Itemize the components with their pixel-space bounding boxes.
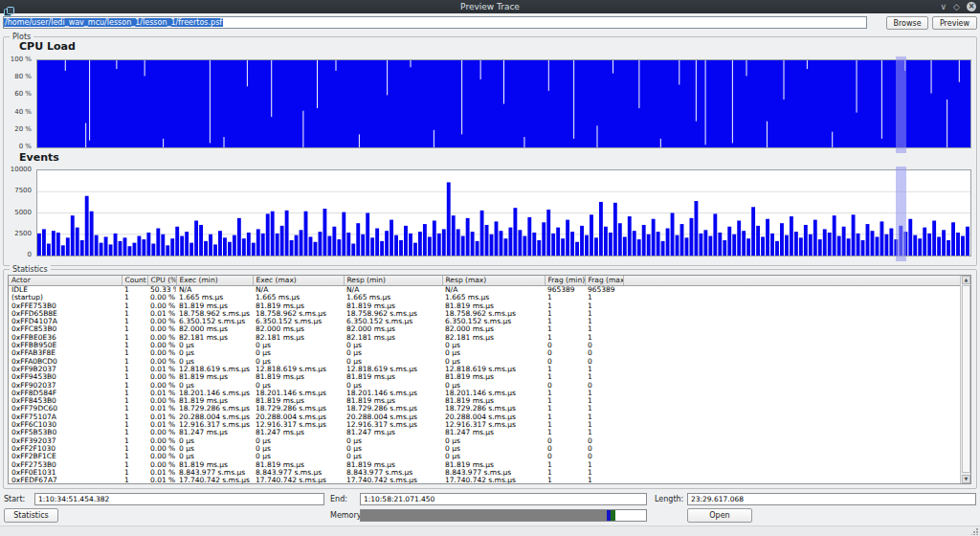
table-cell: 0.01 % [147,413,176,421]
table-cell: 81.819 ms.µs [253,302,344,310]
table-cell: 0 [585,437,623,445]
status-bar [0,525,980,536]
table-cell: 1 [545,373,585,381]
table-cell: 0xFFE753B0 [9,302,122,310]
table-cell: 0xFF2BF1CE [9,453,122,460]
table-cell: 6.350.152 s.ms.µs [176,318,253,325]
table-cell: 81.819 ms.µs [176,397,253,405]
table-row[interactable]: 0xFFE753B010.00 %81.819 ms.µs81.819 ms.µ… [9,302,961,310]
column-header[interactable]: Count [122,276,147,286]
scroll-down-icon[interactable]: ▼ [962,475,970,483]
table-row[interactable]: 0xFFBB950E10.00 %0 µs0 µs0 µs0 µs00 [9,342,961,349]
browse-button[interactable]: Browse [886,16,928,30]
table-cell [623,445,961,453]
table-row[interactable]: 0xFFD4107A10.00 %6.350.152 s.ms.µs6.350.… [9,318,961,325]
table-row[interactable]: 0xFF5B53B010.00 %81.247 ms.µs81.247 ms.µ… [9,429,961,436]
table-cell: 1 [122,397,147,405]
table-row[interactable]: 0xFF8D584F10.01 %18.201.146 s.ms.µs18.20… [9,390,961,397]
table-row[interactable]: 0xFFAB3F8E10.00 %0 µs0 µs0 µs0 µs00 [9,349,961,357]
table-cell [623,294,961,302]
column-header[interactable]: CPU (%) [147,276,176,286]
table-row[interactable]: 0xFF79DC6010.01 %18.729.286 s.ms.µs18.72… [9,405,961,413]
table-cell: 81.819 ms.µs [442,461,545,469]
table-cell: 1 [122,405,147,413]
table-row[interactable]: 0xFF90203710.00 %0 µs0 µs0 µs0 µs00 [9,382,961,390]
table-cell: 0 µs [442,358,545,366]
table-cell: 1 [122,325,147,333]
events-chart[interactable] [36,169,971,257]
table-row[interactable]: 0xFF2BF1CE10.00 %0 µs0 µs0 µs0 µs00 [9,453,961,460]
table-row[interactable]: 0xFF0E103110.01 %8.843.977 s.ms.µs8.843.… [9,469,961,477]
table-cell [623,390,961,397]
open-button[interactable]: Open [687,508,752,523]
maximize-icon[interactable]: ◇ [953,0,960,13]
table-cell [623,302,961,310]
table-cell: 965389 [585,286,623,295]
statistics-button[interactable]: Statistics [4,508,58,523]
table-cell: 1 [122,373,147,381]
table-cell: 1.665 ms.µs [442,294,545,302]
table-cell: 0.00 % [147,302,176,310]
cpu-load-chart[interactable] [36,59,971,148]
table-row[interactable]: 0xFFD65B8E10.01 %18.758.962 s.ms.µs18.75… [9,310,961,318]
table-cell: 18.729.286 s.ms.µs [442,405,545,413]
table-cell: 0 [585,382,623,390]
table-row[interactable]: 0xFFA0BCD010.00 %0 µs0 µs0 µs0 µs00 [9,358,961,366]
table-cell [623,342,961,349]
end-field[interactable]: 1:10:58:21.071.450 [360,493,647,505]
table-cell: 1 [585,294,623,302]
table-cell: 0.00 % [147,445,176,453]
table-cell: 0 µs [344,437,442,445]
table-cell: 81.819 ms.µs [176,373,253,381]
trace-path-input[interactable]: /home/user/ledi_wav_mcu/lesson_1/lesson_… [3,16,867,29]
time-selection-band[interactable] [896,56,906,153]
table-row[interactable]: (startup)10.00 %1.665 ms.µs1.665 ms.µs1.… [9,294,961,302]
length-field[interactable]: 23:29.617.068 [687,493,976,505]
minimize-icon[interactable]: ∨ [940,0,947,13]
axis-tick-label: 0 [28,251,32,258]
scroll-up-icon[interactable]: ▲ [962,276,970,284]
resize-grip-icon[interactable] [971,528,978,535]
titlebar[interactable]: Preview Trace ∨ ◇ × [0,0,980,13]
table-row[interactable]: 0xFFBE0E3610.00 %82.181 ms.µs82.181 ms.µ… [9,334,961,342]
axis-tick-label: 0 % [19,143,32,150]
table-cell: 1 [122,413,147,421]
table-cell: 0xFF9453B0 [9,373,122,381]
column-header[interactable]: Exec (max) [253,276,344,286]
table-cell: 0xFFAB3F8E [9,349,122,357]
column-header[interactable]: Frag (max) [585,276,623,286]
table-row[interactable]: 0xFF75107A10.01 %20.288.004 s.ms.µs20.28… [9,413,961,421]
table-cell: 0.01 % [147,310,176,318]
start-field[interactable]: 1:10:34:51.454.382 [34,493,324,505]
table-row[interactable]: 0xFF2F103010.00 %0 µs0 µs0 µs0 µs00 [9,445,961,453]
table-cell: 0 [545,358,585,366]
table-row[interactable]: 0xFF39203710.00 %0 µs0 µs0 µs0 µs00 [9,437,961,445]
table-cell: IDLE [9,286,122,295]
vertical-scrollbar[interactable]: ▲ ▼ [960,276,970,483]
table-row[interactable]: IDLE150.33 %N/AN/AN/AN/A965389965389 [9,286,961,295]
table-cell: 82.181 ms.µs [253,334,344,342]
time-selection-band[interactable] [896,167,906,261]
table-cell: 81.247 ms.µs [253,429,344,436]
table-cell: 0xFF9B2037 [9,366,122,373]
table-row[interactable]: 0xFEDF67A710.01 %17.740.742 s.ms.µs17.74… [9,477,961,484]
table-cell: 12.916.317 s.ms.µs [176,421,253,429]
table-row[interactable]: 0xFF2753B010.00 %81.819 ms.µs81.819 ms.µ… [9,461,961,469]
column-header[interactable]: Resp (min) [344,276,442,286]
table-row[interactable]: 0xFF9B203710.01 %12.818.619 s.ms.µs12.81… [9,366,961,373]
scrollbar-thumb[interactable] [962,285,970,473]
table-row[interactable]: 0xFF6C103010.01 %12.916.317 s.ms.µs12.91… [9,421,961,429]
column-header[interactable]: Exec (min) [176,276,253,286]
column-header[interactable]: Resp (max) [442,276,545,286]
close-icon[interactable]: × [967,2,976,11]
preview-button[interactable]: Preview [932,16,977,30]
table-row[interactable]: 0xFF8453B010.00 %81.819 ms.µs81.819 ms.µ… [9,397,961,405]
table-row[interactable]: 0xFFC853B010.00 %82.000 ms.µs82.000 ms.µ… [9,325,961,333]
column-header[interactable] [623,276,961,286]
column-header[interactable]: Actor [9,276,122,286]
table-cell: 8.843.977 s.ms.µs [176,469,253,477]
table-cell: 18.758.962 s.ms.µs [176,310,253,318]
table-row[interactable]: 0xFF9453B010.00 %81.819 ms.µs81.819 ms.µ… [9,373,961,381]
column-header[interactable]: Frag (min) [545,276,585,286]
axis-tick-label: 20 % [14,125,32,133]
